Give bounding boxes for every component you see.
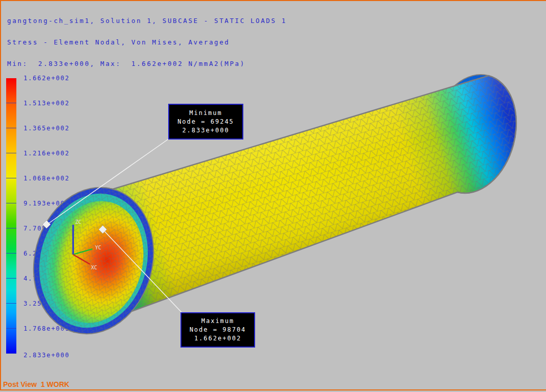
triad-z-label: ZC bbox=[75, 219, 81, 225]
maximum-annotation-box[interactable]: Maximum Node = 98704 1.662e+002 bbox=[180, 312, 255, 348]
maximum-annotation-node: Node = 98704 bbox=[181, 326, 254, 334]
header-line-solution: gangtong-ch_sim1, Solution 1, SUBCASE - … bbox=[7, 17, 287, 25]
header-line-result-type: Stress - Element Nodal, Von Mises, Avera… bbox=[7, 39, 287, 46]
header-line-min-max: Min: 2.833e+000, Max: 1.662e+002 N/mmA2(… bbox=[7, 60, 287, 67]
maximum-annotation-value: 1.662e+002 bbox=[181, 334, 254, 343]
post-view-status: Post View 1 WORK bbox=[3, 380, 70, 388]
maximum-annotation-title: Maximum bbox=[181, 317, 254, 326]
minimum-annotation-title: Minimum bbox=[169, 109, 242, 118]
nx-post-window: { "header": { "line1": "gangtong-ch_sim1… bbox=[0, 0, 546, 392]
triad-x-label: XC bbox=[91, 265, 97, 270]
result-header: gangtong-ch_sim1, Solution 1, SUBCASE - … bbox=[7, 3, 287, 75]
minimum-annotation-node: Node = 69245 bbox=[169, 118, 242, 126]
minimum-annotation-value: 2.833e+000 bbox=[169, 126, 242, 135]
minimum-annotation-box[interactable]: Minimum Node = 69245 2.833e+000 bbox=[168, 104, 243, 140]
triad-y-label: YC bbox=[95, 245, 101, 250]
